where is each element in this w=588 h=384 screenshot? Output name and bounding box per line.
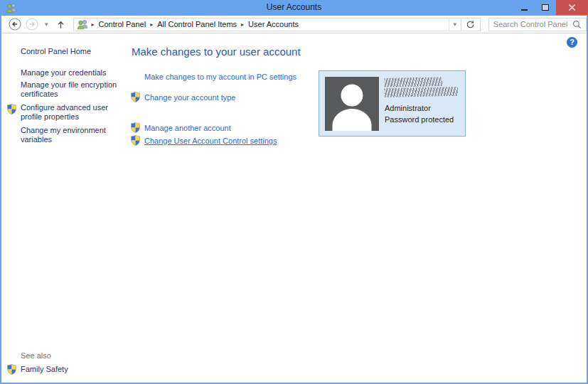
content-area: ? Control Panel Home Manage your credent… — [1, 34, 587, 383]
user-account-tile: Administrator Password protected — [319, 70, 466, 137]
task-row: Change your account type — [131, 92, 235, 102]
user-avatar — [325, 77, 379, 131]
minimize-button[interactable] — [513, 0, 535, 15]
task-row: Change User Account Control settings — [131, 135, 277, 146]
breadcrumb: ▸ Control Panel ▸ All Control Panel Item… — [74, 18, 449, 31]
link-change-uac-settings[interactable]: Change User Account Control settings — [144, 137, 277, 145]
close-icon — [568, 4, 576, 11]
redacted-user-name — [384, 77, 442, 87]
person-silhouette-icon — [325, 77, 379, 131]
sidebar-item-family-safety[interactable]: Family Safety — [21, 365, 127, 374]
link-change-account-type[interactable]: Change your account type — [144, 93, 235, 102]
sidebar-item-environment-variables[interactable]: Change my environment variables — [21, 126, 127, 144]
window-controls — [513, 0, 588, 15]
sidebar-item-advanced-profile[interactable]: Configure advanced user profile properti… — [21, 103, 127, 122]
uac-shield-icon — [131, 122, 140, 133]
search-icon — [572, 20, 582, 29]
account-status-label: Password protected — [385, 114, 454, 125]
window-title: User Accounts — [0, 2, 588, 12]
redacted-user-detail — [384, 87, 458, 97]
forward-button[interactable] — [25, 18, 40, 31]
sidebar-item-control-panel-home[interactable]: Control Panel Home — [21, 47, 127, 56]
sidebar-item-manage-credentials[interactable]: Manage your credentials — [21, 68, 127, 78]
breadcrumb-separator-icon: ▸ — [149, 21, 154, 28]
forward-icon — [26, 18, 38, 31]
page-title: Make changes to your user account — [132, 46, 301, 58]
account-role-label: Administrator — [385, 102, 431, 114]
up-arrow-icon — [55, 19, 66, 30]
refresh-icon — [466, 20, 475, 29]
uac-shield-icon — [131, 92, 140, 102]
breadcrumb-all-items[interactable]: All Control Panel Items — [154, 20, 240, 28]
back-button[interactable] — [8, 18, 23, 31]
sidebar: Control Panel Home Manage your credentia… — [1, 34, 129, 383]
uac-shield-icon — [7, 104, 16, 114]
breadcrumb-bar: ▸ Control Panel ▸ All Control Panel Item… — [73, 18, 481, 31]
close-button[interactable] — [556, 0, 588, 15]
address-dropdown-button[interactable]: ▾ — [449, 18, 461, 31]
up-button[interactable] — [53, 18, 68, 31]
back-icon — [9, 18, 21, 31]
minimize-icon — [521, 9, 528, 11]
user-accounts-window: User Accounts ▾ — [0, 0, 588, 384]
task-row: Manage another account — [131, 122, 231, 133]
control-panel-icon — [77, 18, 89, 30]
breadcrumb-control-panel[interactable]: Control Panel — [96, 20, 149, 28]
maximize-icon — [542, 4, 549, 11]
title-bar: User Accounts — [0, 0, 588, 16]
breadcrumb-user-accounts[interactable]: User Accounts — [245, 20, 301, 28]
address-toolbar: ▾ ▸ Control Panel ▸ All Control Panel It… — [1, 16, 587, 33]
link-manage-another-account[interactable]: Manage another account — [144, 124, 231, 132]
maximize-button[interactable] — [535, 0, 556, 15]
breadcrumb-separator-icon: ▸ — [90, 21, 96, 28]
uac-shield-icon — [7, 364, 16, 375]
sidebar-item-file-encryption[interactable]: Manage your file encryption certificates — [21, 80, 127, 99]
uac-shield-icon — [131, 135, 140, 146]
refresh-button[interactable] — [461, 18, 480, 31]
recent-pages-dropdown[interactable]: ▾ — [42, 18, 51, 31]
breadcrumb-separator-icon: ▸ — [240, 21, 245, 28]
see-also-label: See also — [21, 351, 51, 360]
link-pc-settings[interactable]: Make changes to my account in PC setting… — [144, 73, 296, 81]
task-row: Make changes to my account in PC setting… — [144, 73, 296, 81]
search-input[interactable] — [493, 20, 572, 28]
search-box — [488, 18, 587, 31]
help-button[interactable]: ? — [567, 37, 577, 48]
